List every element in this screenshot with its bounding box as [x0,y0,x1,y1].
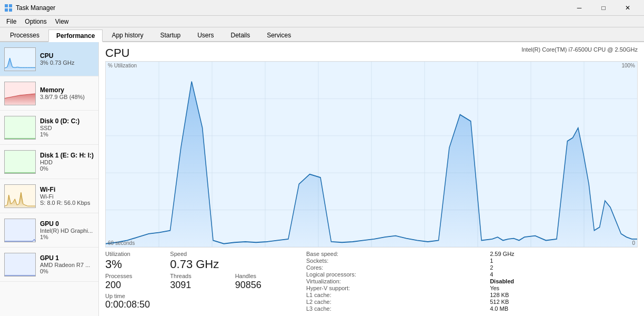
cores-label: Cores: [306,264,479,271]
memory-sub: 3.8/7.9 GB (48%) [40,94,94,100]
sidebar-item-cpu[interactable]: CPU 3% 0.73 GHz [0,42,98,76]
l3-value: 4.0 MB [490,305,638,312]
gpu0-thumbnail [4,219,36,242]
wifi-thumbnail [4,184,36,208]
memory-thumbnail [4,82,36,105]
svg-rect-3 [9,8,12,12]
disk0-sub: SSD [40,125,94,131]
disk1-info: Disk 1 (E: G: H: I:) HDD 0% [40,152,94,172]
gpu0-name: GPU 0 [40,220,94,228]
gpu1-name: GPU 1 [40,254,94,262]
tab-users[interactable]: Users [189,28,222,41]
app-title: Task Manager [16,4,55,12]
sidebar-item-gpu0[interactable]: GPU 0 Intel(R) HD Graphi... 1% [0,213,98,248]
cpu-graph-svg [106,62,637,247]
utilization-block: 3% [105,258,170,271]
close-button[interactable]: ✕ [616,0,640,16]
wifi-sub2: S: 8.0 R: 56.0 Kbps [40,200,94,206]
gpu1-sub1: AMD Radeon R7 ... [40,262,94,268]
main-content: CPU 3% 0.73 GHz Memory 3.8/7.9 GB (48%) [0,42,644,316]
disk1-name: Disk 1 (E: G: H: I:) [40,152,94,159]
menu-options[interactable]: Options [21,17,51,26]
stats-labels: Utilization Speed [105,251,300,257]
handles-block: 90856 [235,280,300,291]
wifi-name: Wi-Fi [40,186,94,193]
disk0-name: Disk 0 (D: C:) [40,117,94,125]
minimize-button[interactable]: ─ [567,0,591,16]
base-speed-label: Base speed: [306,251,479,257]
svg-marker-4 [5,58,35,71]
disk1-pct: 0% [40,165,94,172]
right-panel: CPU Intel(R) Core(TM) i7-6500U CPU @ 2.5… [99,42,644,316]
tab-performance[interactable]: Performance [48,29,103,42]
speed-value: 0.73 GHz [170,258,235,271]
gpu0-info: GPU 0 Intel(R) HD Graphi... 1% [40,220,94,240]
threads-block: 3091 [170,280,235,291]
speed-label: Speed [170,251,235,257]
tab-apphistory[interactable]: App history [104,28,151,41]
cpu-header: CPU Intel(R) Core(TM) i7-6500U CPU @ 2.5… [105,46,638,60]
cpu-title: CPU [105,46,129,60]
cpu-info-grid: Base speed: 2.59 GHz Sockets: 1 Cores: 2… [306,251,638,312]
tab-services[interactable]: Services [259,28,299,41]
gpu1-thumbnail [4,253,36,276]
l1-label: L1 cache: [306,292,479,298]
handles-label: Handles [235,273,300,279]
hyperv-label: Hyper-V support: [306,285,479,291]
tab-details[interactable]: Details [223,28,258,41]
title-bar-controls: ─ □ ✕ [567,0,640,16]
graph-time-label: 60 seconds [108,240,135,246]
gpu0-sub1: Intel(R) HD Graphi... [40,228,94,234]
gpu0-sub2: 1% [40,234,94,240]
base-speed-value: 2.59 GHz [490,251,638,257]
processes-label: Processes [105,273,170,279]
memory-name: Memory [40,86,94,94]
sidebar-item-disk1[interactable]: Disk 1 (E: G: H: I:) HDD 0% [0,145,98,179]
sidebar-item-wifi[interactable]: Wi-Fi Wi-Fi S: 8.0 R: 56.0 Kbps [0,179,98,213]
tab-startup[interactable]: Startup [152,28,188,41]
util-label: Utilization [105,251,170,257]
uptime-value: 0:00:08:50 [105,299,300,310]
sockets-label: Sockets: [306,258,479,264]
cpu-name: CPU [40,52,94,60]
utilization-value: 3% [105,258,170,271]
title-bar: Task Manager ─ □ ✕ [0,0,644,16]
hyperv-value: Yes [490,285,638,291]
disk1-sub: HDD [40,159,94,165]
cpu-info: CPU 3% 0.73 GHz [40,52,94,66]
l2-value: 512 KB [490,299,638,305]
svg-marker-5 [5,93,35,104]
svg-rect-0 [5,4,8,7]
graph-pct-label: 100% [621,63,635,68]
graph-zero-label: 0 [632,240,635,246]
sidebar-item-memory[interactable]: Memory 3.8/7.9 GB (48%) [0,76,98,111]
sidebar-item-gpu1[interactable]: GPU 1 AMD Radeon R7 ... 0% [0,248,98,282]
bottom-stats: Utilization Speed 3% 0.73 GHz Processes … [105,251,638,312]
tab-processes[interactable]: Processes [2,28,47,41]
l2-label: L2 cache: [306,299,479,305]
processes-value: 200 [105,280,170,291]
cpu-sub: 3% 0.73 GHz [40,60,94,66]
stats-row-1: 3% 0.73 GHz [105,258,300,271]
svg-marker-6 [5,192,35,208]
cores-value: 2 [490,264,638,271]
taskmanager-icon [4,4,13,12]
menu-file[interactable]: File [2,17,21,26]
uptime-label: Up time [105,293,300,299]
bottom-left: Utilization Speed 3% 0.73 GHz Processes … [105,251,300,312]
memory-info: Memory 3.8/7.9 GB (48%) [40,86,94,100]
disk1-thumbnail [4,150,36,174]
svg-rect-1 [9,4,12,7]
bottom-right: Base speed: 2.59 GHz Sockets: 1 Cores: 2… [306,251,638,312]
handles-value: 90856 [235,280,300,291]
cpu-thumbnail [4,47,36,71]
disk0-thumbnail [4,116,36,140]
stats-labels-2: Processes Threads Handles [105,273,300,279]
maximize-button[interactable]: □ [591,0,616,16]
stats-row-2: 200 3091 90856 [105,280,300,291]
wifi-sub1: Wi-Fi [40,193,94,200]
menu-view[interactable]: View [51,17,73,26]
sidebar-item-disk0[interactable]: Disk 0 (D: C:) SSD 1% [0,111,98,145]
threads-label: Threads [170,273,235,279]
virtualization-value: Disabled [490,278,638,284]
